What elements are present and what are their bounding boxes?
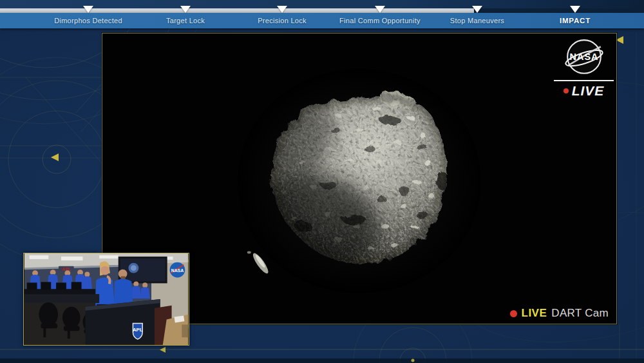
milestone-label-precision-lock: Precision Lock — [258, 17, 307, 25]
rock-fragment — [247, 251, 251, 254]
milestone-label-impact: IMPACT — [560, 17, 591, 25]
caption-camera-name: DART Cam — [551, 307, 609, 320]
milestone-marker-dimorphos-detected — [83, 6, 93, 13]
live-divider — [554, 80, 614, 81]
milestone-label-target-lock: Target Lock — [166, 17, 205, 25]
svg-text:NASA: NASA — [171, 268, 184, 273]
milestone-label-dimorphos-detected: Dimorphos Detected — [54, 17, 122, 25]
svg-text:APL: APL — [133, 327, 143, 333]
milestone-marker-precision-lock — [277, 6, 287, 13]
wall-sign-apl: APL — [62, 267, 71, 271]
nasa-wordmark: NASA — [569, 52, 598, 62]
live-label: LIVE — [572, 83, 605, 99]
timeline-markers — [0, 0, 644, 13]
live-dot-icon — [564, 88, 569, 93]
apl-shield-logo: APL — [133, 323, 143, 339]
mission-control-scene: APL NASA — [24, 253, 189, 345]
nasa-live-badge: NASA LIVE — [553, 37, 614, 99]
live-dot-icon — [510, 310, 517, 317]
pip-nasa-roundel: NASA — [170, 262, 185, 278]
mission-control-pip: APL NASA — [23, 253, 189, 346]
milestone-label-stop-maneuvers: Stop Maneuvers — [450, 17, 504, 25]
nasa-insignia-icon: NASA — [564, 37, 604, 77]
timeline-labels: Dimorphos DetectedTarget LockPrecision L… — [0, 13, 644, 28]
caption-live-label: LIVE — [522, 307, 547, 320]
milestone-marker-impact — [570, 6, 580, 13]
mission-timeline: Dimorphos DetectedTarget LockPrecision L… — [0, 0, 644, 30]
milestone-label-final-comm-opportunity: Final Comm Opportunity — [339, 17, 421, 25]
broadcast-screen: Dimorphos DetectedTarget LockPrecision L… — [0, 0, 644, 363]
milestone-marker-final-comm-opportunity — [375, 6, 385, 13]
milestone-marker-target-lock — [180, 6, 191, 13]
camera-caption: LIVE DART Cam — [510, 307, 609, 320]
milestone-marker-stop-maneuvers — [472, 6, 482, 13]
